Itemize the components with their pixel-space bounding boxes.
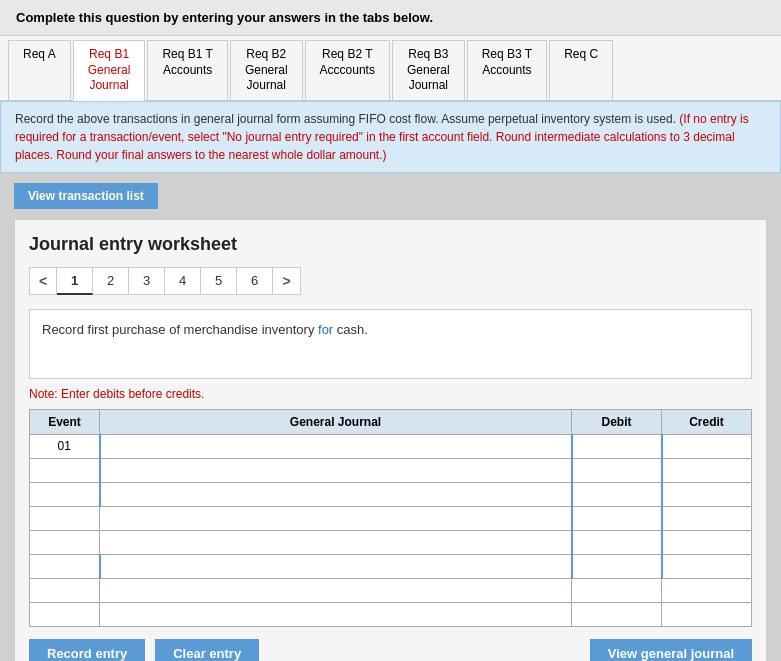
journal-input-7[interactable]	[100, 579, 571, 602]
worksheet-container: Journal entry worksheet < 1 2 3 4 5 6 > …	[14, 219, 767, 661]
credit-cell-2[interactable]	[662, 458, 752, 482]
debit-input-7[interactable]	[572, 579, 661, 602]
debit-input-6[interactable]	[573, 555, 661, 578]
instruction-text: Complete this question by entering your …	[16, 10, 433, 25]
journal-input-5[interactable]	[100, 531, 571, 554]
event-cell-5	[30, 530, 100, 554]
credit-input-1[interactable]	[663, 435, 752, 458]
record-entry-button[interactable]: Record entry	[29, 639, 145, 661]
tab-req-b1-general[interactable]: Req B1GeneralJournal	[73, 40, 146, 101]
event-cell-8	[30, 602, 100, 626]
debit-cell-4[interactable]	[572, 506, 662, 530]
journal-cell-8[interactable]	[100, 602, 572, 626]
credit-input-5[interactable]	[663, 531, 752, 554]
credit-input-4[interactable]	[663, 507, 752, 530]
info-box-red: (If no entry is required for a transacti…	[15, 112, 749, 162]
tab-req-c[interactable]: Req C	[549, 40, 613, 100]
journal-cell-3[interactable]	[100, 482, 572, 506]
info-box: Record the above transactions in general…	[0, 101, 781, 173]
table-row	[30, 602, 752, 626]
description-blue-word: for	[318, 322, 333, 337]
credit-input-8[interactable]	[662, 603, 751, 626]
event-cell-6	[30, 554, 100, 578]
tab-req-b1-t[interactable]: Req B1 TAccounts	[147, 40, 227, 100]
col-event: Event	[30, 409, 100, 434]
col-general-journal: General Journal	[100, 409, 572, 434]
journal-input-8[interactable]	[100, 603, 571, 626]
journal-cell-7[interactable]	[100, 578, 572, 602]
credit-input-7[interactable]	[662, 579, 751, 602]
journal-cell-5[interactable]	[100, 530, 572, 554]
table-row	[30, 554, 752, 578]
view-transaction-button[interactable]: View transaction list	[14, 183, 158, 209]
journal-input-1[interactable]	[101, 435, 571, 458]
view-transaction-area: View transaction list	[14, 183, 767, 209]
page-nav: < 1 2 3 4 5 6 >	[29, 267, 752, 295]
tabs-bar: Req A Req B1GeneralJournal Req B1 TAccou…	[0, 36, 781, 101]
table-row	[30, 482, 752, 506]
clear-entry-button[interactable]: Clear entry	[155, 639, 259, 661]
debit-cell-1[interactable]	[572, 434, 662, 458]
credit-cell-5[interactable]	[662, 530, 752, 554]
event-cell-7	[30, 578, 100, 602]
page-btn-4[interactable]: 4	[165, 267, 201, 295]
table-row	[30, 458, 752, 482]
credit-cell-8[interactable]	[662, 602, 752, 626]
debit-cell-7[interactable]	[572, 578, 662, 602]
journal-input-3[interactable]	[101, 483, 571, 506]
journal-cell-4[interactable]	[100, 506, 572, 530]
tab-req-a[interactable]: Req A	[8, 40, 71, 100]
credit-cell-1[interactable]	[662, 434, 752, 458]
note-text: Note: Enter debits before credits.	[29, 387, 752, 401]
page-btn-6[interactable]: 6	[237, 267, 273, 295]
page-btn-5[interactable]: 5	[201, 267, 237, 295]
description-box: Record first purchase of merchandise inv…	[29, 309, 752, 379]
debit-input-8[interactable]	[572, 603, 661, 626]
credit-cell-6[interactable]	[662, 554, 752, 578]
journal-cell-2[interactable]	[100, 458, 572, 482]
tab-req-b3-t[interactable]: Req B3 TAccounts	[467, 40, 547, 100]
event-cell-2	[30, 458, 100, 482]
credit-cell-3[interactable]	[662, 482, 752, 506]
page-btn-3[interactable]: 3	[129, 267, 165, 295]
col-credit: Credit	[662, 409, 752, 434]
table-row	[30, 506, 752, 530]
credit-input-6[interactable]	[663, 555, 752, 578]
tab-req-b3-general[interactable]: Req B3GeneralJournal	[392, 40, 465, 100]
journal-input-4[interactable]	[100, 507, 571, 530]
worksheet-title: Journal entry worksheet	[29, 234, 752, 255]
tab-req-b2-t[interactable]: Req B2 TAcccounts	[305, 40, 390, 100]
nav-next-arrow[interactable]: >	[273, 267, 301, 295]
journal-table: Event General Journal Debit Credit 01	[29, 409, 752, 627]
journal-input-2[interactable]	[101, 459, 571, 482]
page-btn-1[interactable]: 1	[57, 267, 93, 295]
debit-input-1[interactable]	[573, 435, 661, 458]
debit-input-3[interactable]	[573, 483, 661, 506]
debit-cell-6[interactable]	[572, 554, 662, 578]
credit-input-3[interactable]	[663, 483, 752, 506]
debit-input-4[interactable]	[573, 507, 661, 530]
journal-cell-6[interactable]	[100, 554, 572, 578]
action-buttons: Record entry Clear entry View general jo…	[29, 639, 752, 661]
debit-input-2[interactable]	[573, 459, 661, 482]
page-btn-2[interactable]: 2	[93, 267, 129, 295]
tab-req-b2-general[interactable]: Req B2GeneralJournal	[230, 40, 303, 100]
event-cell-1: 01	[30, 434, 100, 458]
nav-prev-arrow[interactable]: <	[29, 267, 57, 295]
table-row: 01	[30, 434, 752, 458]
debit-cell-2[interactable]	[572, 458, 662, 482]
debit-cell-3[interactable]	[572, 482, 662, 506]
journal-input-6[interactable]	[101, 555, 571, 578]
credit-cell-4[interactable]	[662, 506, 752, 530]
debit-input-5[interactable]	[573, 531, 661, 554]
journal-cell-1[interactable]	[100, 434, 572, 458]
event-cell-3	[30, 482, 100, 506]
credit-cell-7[interactable]	[662, 578, 752, 602]
col-debit: Debit	[572, 409, 662, 434]
credit-input-2[interactable]	[663, 459, 752, 482]
view-general-journal-button[interactable]: View general journal	[590, 639, 752, 661]
event-cell-4	[30, 506, 100, 530]
table-row	[30, 578, 752, 602]
debit-cell-8[interactable]	[572, 602, 662, 626]
debit-cell-5[interactable]	[572, 530, 662, 554]
